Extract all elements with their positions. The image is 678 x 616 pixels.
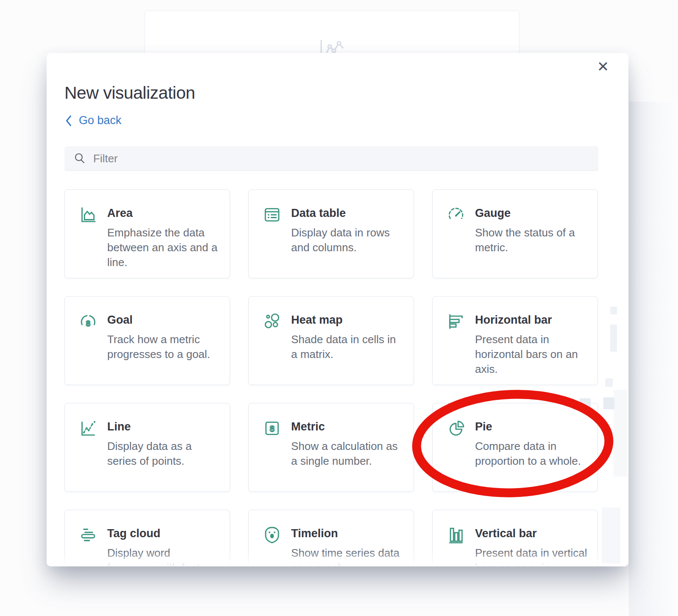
timelion-icon xyxy=(262,525,282,545)
card-title: Horizontal bar xyxy=(475,314,587,327)
card-title: Vertical bar xyxy=(475,527,587,540)
card-description: Show a calculation as a single number. xyxy=(291,439,403,469)
pie-chart-icon xyxy=(446,419,466,438)
line-chart-icon xyxy=(78,419,98,438)
page-title: New visualization xyxy=(64,83,195,103)
vis-card-tag-cloud[interactable]: Tag cloud Display word frequency with fo… xyxy=(64,510,230,566)
card-title: Line xyxy=(107,420,220,433)
watermark-square xyxy=(610,307,617,314)
go-back-label: Go back xyxy=(79,114,122,127)
watermark-square xyxy=(603,397,614,409)
vis-card-timelion[interactable]: Timelion Show time series data on a grap… xyxy=(248,510,414,566)
vis-card-goal[interactable]: 8 Goal Track how a metric progresses to … xyxy=(64,296,230,385)
card-description: Display word frequency with font size. xyxy=(107,546,220,566)
close-icon[interactable]: ✕ xyxy=(594,57,612,76)
card-title: Timelion xyxy=(291,527,403,540)
vis-card-line[interactable]: Line Display data as a series of points. xyxy=(64,403,230,492)
card-description: Emphasize the data between an axis and a… xyxy=(107,225,220,270)
card-title: Gauge xyxy=(475,207,587,220)
watermark-square xyxy=(614,390,627,477)
vis-card-vertical-bar[interactable]: Vertical bar Present data in vertical ba… xyxy=(432,510,598,566)
watermark-square xyxy=(602,508,620,563)
tag-cloud-icon xyxy=(78,525,98,545)
horizontal-bar-icon xyxy=(446,312,466,331)
watermark-square xyxy=(605,378,613,387)
card-description: Show time series data on a graph. xyxy=(291,546,403,566)
go-back-link[interactable]: Go back xyxy=(65,114,122,127)
watermark-square xyxy=(580,398,591,408)
svg-text:8: 8 xyxy=(86,319,90,328)
card-title: Area xyxy=(107,207,220,220)
card-description: Present data in horizontal bars on an ax… xyxy=(475,332,587,377)
vis-card-metric[interactable]: 8 Metric Show a calculation as a single … xyxy=(248,403,414,492)
filter-input[interactable] xyxy=(92,146,598,171)
filter-search-box xyxy=(64,146,598,171)
card-title: Heat map xyxy=(291,314,403,327)
card-description: Present data in vertical bars on an axis… xyxy=(475,546,587,566)
gauge-icon xyxy=(446,205,466,225)
search-icon xyxy=(74,153,86,164)
background-gradient-strip xyxy=(629,102,678,616)
area-chart-icon xyxy=(78,205,98,225)
card-description: Track how a metric progresses to a goal. xyxy=(107,332,220,362)
vis-card-horizontal-bar[interactable]: Horizontal bar Present data in horizonta… xyxy=(432,296,598,385)
visualization-type-grid: Area Emphasize the data between an axis … xyxy=(64,189,598,566)
svg-text:8: 8 xyxy=(270,424,274,433)
card-description: Shade data in cells in a matrix. xyxy=(291,332,403,362)
vertical-bar-icon xyxy=(446,525,466,545)
watermark-square xyxy=(610,325,617,352)
card-description: Display data as a series of points. xyxy=(107,439,220,469)
card-description: Display data in rows and columns. xyxy=(291,225,403,255)
data-table-icon xyxy=(262,205,282,225)
card-description: Compare data in proportion to a whole. xyxy=(475,439,587,469)
card-title: Pie xyxy=(475,420,587,433)
card-title: Goal xyxy=(107,314,220,327)
vis-card-heat-map[interactable]: Heat map Shade data in cells in a matrix… xyxy=(248,296,414,385)
card-description: Show the status of a metric. xyxy=(475,225,587,255)
vis-card-pie[interactable]: Pie Compare data in proportion to a whol… xyxy=(432,403,598,492)
card-title: Metric xyxy=(291,420,403,433)
goal-icon: 8 xyxy=(78,312,98,331)
new-visualization-modal: ✕ New visualization Go back xyxy=(47,53,628,566)
vis-card-gauge[interactable]: Gauge Show the status of a metric. xyxy=(432,189,598,278)
card-title: Data table xyxy=(291,207,403,220)
heat-map-icon xyxy=(262,312,282,331)
metric-icon: 8 xyxy=(262,419,282,438)
vis-card-data-table[interactable]: Data table Display data in rows and colu… xyxy=(248,189,414,278)
chevron-left-icon xyxy=(65,115,72,127)
vis-card-area[interactable]: Area Emphasize the data between an axis … xyxy=(64,189,230,278)
card-title: Tag cloud xyxy=(107,527,220,540)
